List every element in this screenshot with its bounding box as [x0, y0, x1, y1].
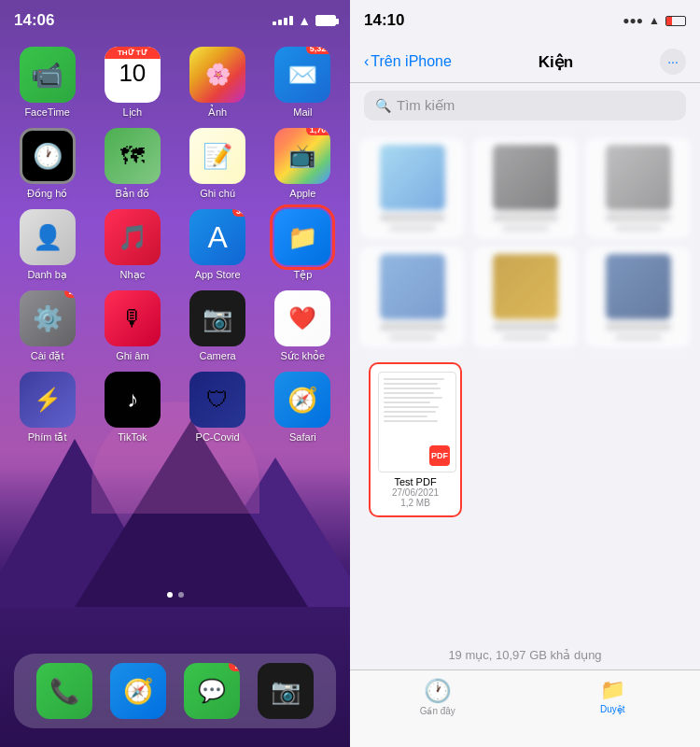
appstore-label: App Store	[195, 269, 241, 280]
dongho-label: Đồng hồ	[27, 188, 67, 200]
blurred-text-sm-4	[389, 334, 436, 341]
dock-phone[interactable]: 📞	[36, 663, 92, 719]
pdf-line-1	[384, 378, 444, 380]
phimtat-icon: ⚡	[20, 372, 76, 428]
app-caidat[interactable]: ⚙️ 4 Cài đặt	[9, 290, 85, 362]
nav-bar: ‹ Trên iPhone Kiện ···	[350, 41, 700, 83]
signal-icon-right: ●●●	[623, 14, 643, 27]
search-placeholder: Tìm kiếm	[397, 97, 455, 114]
nhac-icon: 🎵	[105, 209, 161, 265]
signal-dots	[273, 16, 293, 25]
camera-label: Camera	[200, 350, 236, 361]
cal-date-num: 10	[105, 59, 161, 88]
left-panel: 14:06 ▲ 📹 FaceTime THỨ TƯ 10	[0, 0, 350, 747]
blurred-text-sm-3	[615, 225, 662, 232]
app-ghichu[interactable]: 📝 Ghi chú	[180, 128, 256, 200]
dock-camera-icon: 📷	[258, 663, 314, 719]
app-suckhoe[interactable]: ❤️ Sức khỏe	[265, 290, 341, 362]
blurred-text-sm-1	[389, 225, 436, 232]
blurred-file-1	[359, 137, 465, 239]
dock: 📞 🧭 💬 ! 📷	[14, 654, 336, 728]
blurred-text-sm-5	[502, 334, 549, 341]
pdf-line-6	[384, 402, 430, 403]
pdf-file-item[interactable]: PDF Test PDF 27/06/2021 1,2 MB	[369, 362, 462, 517]
app-anh[interactable]: 🌸 Ảnh	[180, 47, 256, 119]
safari-icon: 🧭	[274, 372, 330, 428]
messages-badge: !	[229, 663, 240, 671]
pdf-line-8	[384, 411, 436, 413]
blurred-files-grid	[359, 137, 691, 348]
files-grid-area: PDF Test PDF 27/06/2021 1,2 MB	[350, 128, 700, 641]
facetime-label: FaceTime	[24, 106, 70, 118]
signal-dot-3	[284, 18, 287, 25]
app-apple[interactable]: 📺 1,709 Apple	[265, 128, 341, 200]
mail-label: Mail	[293, 106, 312, 118]
app-mail[interactable]: ✉️ 5,325 Mail	[265, 47, 341, 119]
blurred-text-3	[606, 214, 671, 221]
app-bando[interactable]: 🗺 Bản đồ	[94, 128, 170, 200]
pdf-section: PDF Test PDF 27/06/2021 1,2 MB	[359, 358, 691, 527]
blurred-file-4	[359, 247, 465, 348]
browse-tab-label: Duyệt	[600, 704, 625, 714]
app-tiktok[interactable]: ♪ TikTok	[94, 372, 170, 444]
nav-title: Kiện	[452, 52, 660, 72]
danhba-label: Danh bạ	[27, 269, 66, 281]
search-input-wrap[interactable]: 🔍 Tìm kiếm	[364, 91, 686, 120]
battery-right	[665, 16, 686, 26]
pdf-line-9	[384, 416, 427, 417]
app-lich[interactable]: THỨ TƯ 10 Lịch	[94, 47, 170, 119]
pdf-line-10	[384, 420, 438, 422]
blurred-text-2	[493, 214, 558, 221]
suckhoe-icon: ❤️	[274, 290, 330, 346]
ghiam-label: Ghi âm	[116, 350, 148, 361]
page-dots	[167, 592, 184, 598]
more-icon: ···	[667, 54, 679, 69]
dock-messages[interactable]: 💬 !	[184, 663, 240, 719]
right-panel: 14:10 ●●● ▲ ‹ Trên iPhone Kiện ··· 🔍 Tìm…	[350, 0, 700, 747]
app-tep[interactable]: 📁 Tệp	[265, 209, 341, 281]
appstore-badge: 33	[232, 209, 245, 217]
pdf-line-7	[384, 406, 439, 408]
page-dot-1	[167, 592, 173, 598]
app-danhba[interactable]: 👤 Danh bạ	[9, 209, 85, 281]
search-bar: 🔍 Tìm kiếm	[350, 83, 700, 128]
app-nhac[interactable]: 🎵 Nhạc	[94, 209, 170, 281]
blurred-thumb-4	[380, 254, 445, 319]
signal-dot-2	[278, 20, 282, 25]
app-camera[interactable]: 📷 Camera	[180, 290, 256, 362]
ghiam-icon: 🎙	[105, 290, 161, 346]
lich-label: Lịch	[123, 106, 143, 119]
pdf-item-wrap: PDF Test PDF 27/06/2021 1,2 MB	[369, 362, 462, 517]
blurred-text-5	[493, 323, 558, 331]
app-phimtat[interactable]: ⚡ Phím tắt	[9, 372, 85, 444]
app-appstore[interactable]: A 33 App Store	[180, 209, 256, 281]
battery-icon-left	[315, 15, 336, 26]
signal-dot-4	[289, 16, 293, 25]
pdf-thumbnail: PDF	[378, 372, 456, 472]
back-label: Trên iPhone	[371, 53, 452, 70]
phimtat-label: Phím tắt	[28, 431, 67, 444]
pdf-line-5	[384, 397, 442, 399]
tab-browse[interactable]: 📁 Duyệt	[525, 678, 701, 714]
dock-safari-icon: 🧭	[110, 663, 166, 719]
dock-camera[interactable]: 📷	[258, 663, 314, 719]
app-ghiam[interactable]: 🎙 Ghi âm	[94, 290, 170, 362]
caidat-icon: ⚙️ 4	[20, 290, 76, 346]
app-safari[interactable]: 🧭 Safari	[265, 372, 341, 444]
mail-icon: ✉️ 5,325	[274, 47, 330, 103]
back-chevron: ‹	[364, 53, 369, 70]
tab-recent[interactable]: 🕐 Gần đây	[350, 678, 525, 716]
status-bar-right: 14:10 ●●● ▲	[350, 0, 700, 41]
app-facetime[interactable]: 📹 FaceTime	[9, 47, 85, 119]
dock-safari[interactable]: 🧭	[110, 663, 166, 719]
apple-badge: 1,709	[306, 128, 331, 135]
app-dongho[interactable]: 🕐 Đồng hồ	[9, 128, 85, 200]
back-button[interactable]: ‹ Trên iPhone	[364, 53, 452, 70]
battery-fill	[666, 17, 672, 25]
appstore-icon: A 33	[189, 209, 245, 265]
app-pccovid[interactable]: 🛡 PC-Covid	[180, 372, 256, 444]
apple-icon: 📺 1,709	[274, 128, 330, 184]
status-icons-left: ▲	[273, 13, 336, 28]
facetime-icon: 📹	[20, 47, 76, 103]
more-button[interactable]: ···	[660, 49, 686, 75]
